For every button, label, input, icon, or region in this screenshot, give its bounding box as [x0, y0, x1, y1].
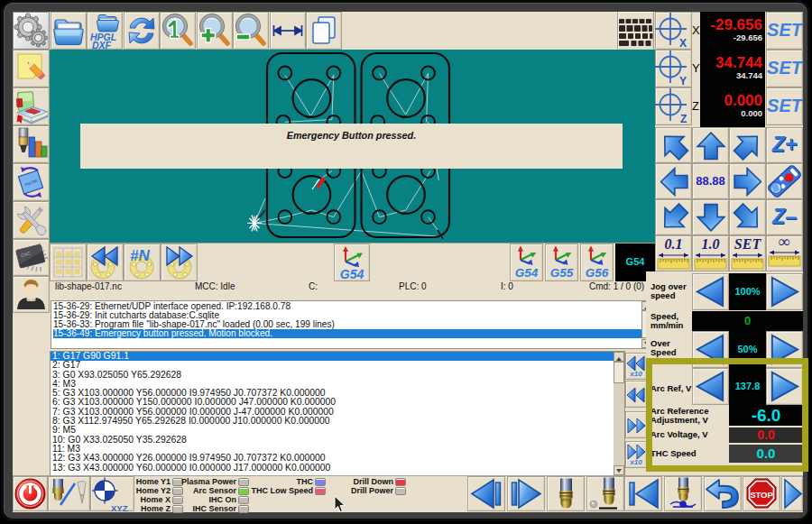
svg-text:X: X [679, 37, 687, 50]
svg-text:#N: #N [130, 247, 150, 264]
svg-text:DXF: DXF [92, 40, 112, 50]
svg-text:STOP: STOP [750, 490, 773, 500]
svg-text:Z: Z [680, 113, 687, 125]
svg-text:Y: Y [679, 75, 687, 87]
